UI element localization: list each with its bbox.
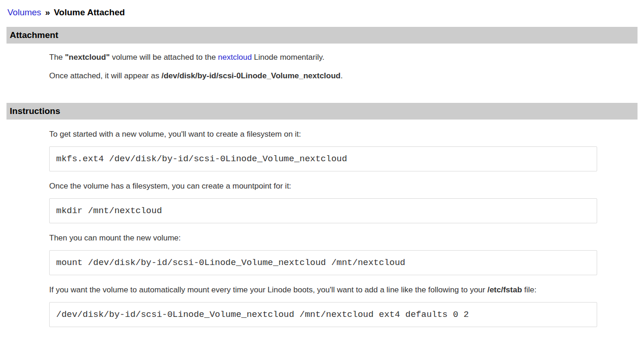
breadcrumb-volumes-link[interactable]: Volumes [7, 7, 41, 17]
text-segment: The [49, 53, 65, 62]
step-create-filesystem-text: To get started with a new volume, you'll… [49, 130, 597, 139]
breadcrumb-current-page: Volume Attached [54, 7, 125, 17]
fstab-path-text: /etc/fstab [487, 285, 522, 294]
text-segment: If you want the volume to automatically … [49, 285, 487, 294]
fstab-line-code-block: /dev/disk/by-id/scsi-0Linode_Volume_next… [49, 302, 597, 327]
text-segment: Linode momentarily. [252, 53, 325, 62]
attachment-device-path-text: Once attached, it will appear as /dev/di… [49, 71, 597, 81]
attachment-section-header: Attachment [6, 27, 638, 44]
step-mount-volume-text: Then you can mount the new volume: [49, 234, 597, 243]
instructions-section-header: Instructions [6, 103, 638, 120]
device-path-text: /dev/disk/by-id/scsi-0Linode_Volume_next… [161, 71, 341, 80]
text-segment: Once attached, it will appear as [49, 71, 161, 80]
mkfs-command-code-block: mkfs.ext4 /dev/disk/by-id/scsi-0Linode_V… [49, 146, 597, 171]
text-segment: file: [522, 285, 536, 294]
step-fstab-text: If you want the volume to automatically … [49, 285, 597, 295]
breadcrumb: Volumes » Volume Attached [7, 7, 637, 18]
text-segment: volume will be attached to the [109, 53, 218, 62]
volume-attached-page: Volumes » Volume Attached Attachment The… [0, 0, 644, 327]
breadcrumb-separator: » [45, 7, 50, 17]
mkdir-command-code-block: mkdir /mnt/nextcloud [49, 198, 597, 223]
attachment-status-text: The "nextcloud" volume will be attached … [49, 53, 597, 62]
step-create-mountpoint-text: Once the volume has a filesystem, you ca… [49, 182, 597, 191]
linode-link[interactable]: nextcloud [218, 53, 252, 62]
mount-command-code-block: mount /dev/disk/by-id/scsi-0Linode_Volum… [49, 250, 597, 275]
text-segment: . [341, 71, 343, 80]
instructions-section-body: To get started with a new volume, you'll… [49, 130, 597, 327]
volume-name-text: "nextcloud" [65, 53, 109, 62]
attachment-section-body: The "nextcloud" volume will be attached … [49, 53, 597, 81]
